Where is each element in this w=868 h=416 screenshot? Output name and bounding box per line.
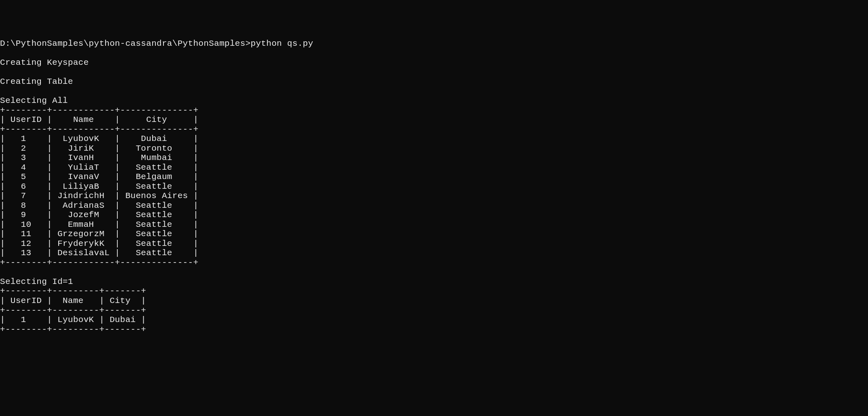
terminal-line: | 9 | JozefM | Seattle | xyxy=(0,210,868,220)
terminal-line: Creating Keyspace xyxy=(0,58,868,68)
terminal-line: +--------+------------+--------------+ xyxy=(0,258,868,268)
terminal-line: | 4 | YuliaT | Seattle | xyxy=(0,163,868,173)
terminal-line: | 7 | JindrichH | Buenos Aires | xyxy=(0,191,868,201)
terminal-line: | 1 | LyubovK | Dubai | xyxy=(0,315,868,325)
terminal-line xyxy=(0,68,868,77)
terminal-line xyxy=(0,49,868,58)
terminal-output[interactable]: D:\PythonSamples\python-cassandra\Python… xyxy=(0,39,868,334)
terminal-line: | 2 | JiriK | Toronto | xyxy=(0,144,868,154)
terminal-line: | 8 | AdrianaS | Seattle | xyxy=(0,201,868,211)
terminal-line: +--------+---------+-------+ xyxy=(0,286,868,296)
terminal-line xyxy=(0,87,868,96)
terminal-line: +--------+---------+-------+ xyxy=(0,306,868,316)
terminal-line: | 13 | DesislavaL | Seattle | xyxy=(0,248,868,258)
terminal-line: | 5 | IvanaV | Belgaum | xyxy=(0,172,868,182)
terminal-line: | 1 | LyubovK | Dubai | xyxy=(0,134,868,144)
terminal-line: | 11 | GrzegorzM | Seattle | xyxy=(0,229,868,239)
terminal-line: Selecting Id=1 xyxy=(0,277,868,287)
terminal-line: D:\PythonSamples\python-cassandra\Python… xyxy=(0,39,868,49)
terminal-line: Creating Table xyxy=(0,77,868,87)
terminal-line xyxy=(0,267,868,277)
terminal-line: Selecting All xyxy=(0,96,868,106)
terminal-line: | 10 | EmmaH | Seattle | xyxy=(0,220,868,230)
terminal-line: +--------+------------+--------------+ xyxy=(0,125,868,134)
terminal-line: | 12 | FryderykK | Seattle | xyxy=(0,239,868,249)
terminal-line: +--------+---------+-------+ xyxy=(0,325,868,335)
terminal-line: | UserID | Name | City | xyxy=(0,115,868,125)
terminal-line: | 6 | LiliyaB | Seattle | xyxy=(0,182,868,192)
terminal-line: | 3 | IvanH | Mumbai | xyxy=(0,153,868,163)
terminal-line: +--------+------------+--------------+ xyxy=(0,106,868,115)
terminal-line: | UserID | Name | City | xyxy=(0,296,868,306)
